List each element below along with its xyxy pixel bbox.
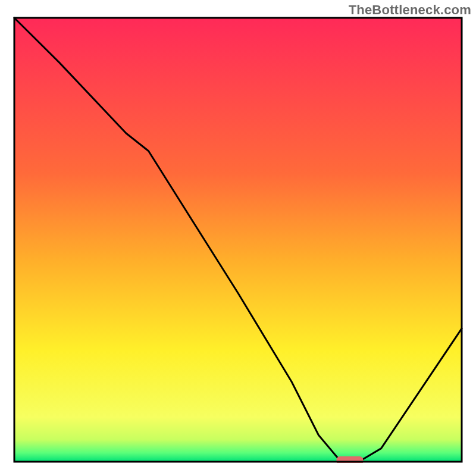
chart-canvas: TheBottleneck.com	[0, 0, 476, 476]
chart-svg	[13, 17, 463, 463]
gradient-background	[14, 18, 462, 462]
watermark-text: TheBottleneck.com	[349, 2, 471, 18]
plot-area	[13, 17, 463, 463]
